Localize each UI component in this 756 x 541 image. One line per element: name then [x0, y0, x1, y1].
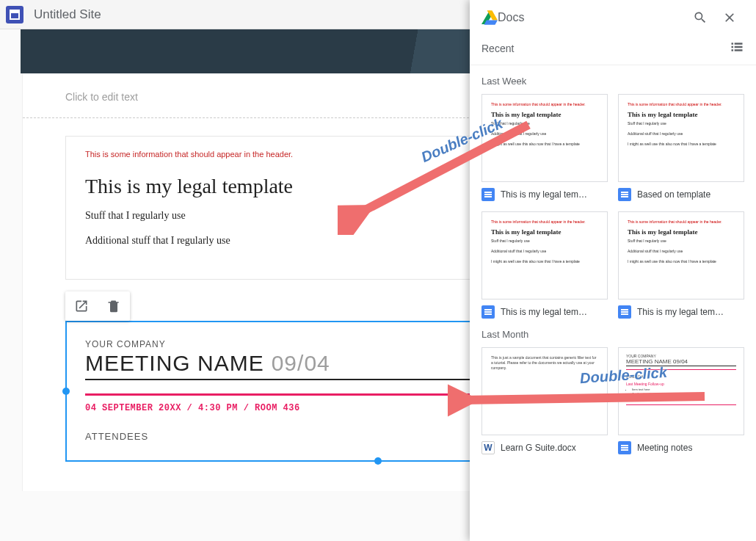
panel-title: Docs — [498, 11, 686, 24]
doc-card-name: Learn G Suite.docx — [501, 443, 576, 453]
panel-close-button[interactable] — [715, 3, 744, 32]
word-icon: W — [481, 441, 495, 454]
site-title[interactable]: Untitled Site — [34, 7, 101, 22]
meeting-title: MEETING NAME — [85, 351, 264, 376]
doc-thumbnail[interactable]: YOUR COMPANY MEETING NAME 09/04 AGENDA L… — [618, 347, 744, 435]
docs-icon — [481, 305, 495, 319]
panel-search-button[interactable] — [686, 3, 715, 32]
recent-label[interactable]: Recent — [481, 43, 730, 54]
doc-thumbnail[interactable]: This is some information that should app… — [481, 94, 608, 182]
doc-thumbnail[interactable]: This is some information that should app… — [618, 211, 744, 299]
doc-card[interactable]: This is some information that should app… — [618, 94, 744, 201]
doc-thumbnail[interactable]: This is just a sample document that cont… — [481, 347, 608, 435]
section-last-week: Last Week — [481, 76, 744, 87]
drive-icon — [481, 10, 498, 25]
docs-icon — [618, 305, 631, 319]
delete-button[interactable] — [98, 291, 130, 321]
list-view-button[interactable] — [730, 40, 744, 57]
doc-card[interactable]: This is some information that should app… — [618, 211, 744, 319]
meeting-date: 09/04 — [272, 351, 330, 376]
panel-subheader: Recent — [470, 35, 756, 65]
panel-body[interactable]: Last Week This is some information that … — [470, 65, 756, 541]
open-external-button[interactable] — [65, 291, 98, 321]
doc-thumbnail[interactable]: This is some information that should app… — [481, 211, 608, 299]
doc-card-name: This is my legal tem… — [501, 307, 587, 317]
doc-card[interactable]: This is some information that should app… — [481, 94, 608, 201]
element-toolbar — [65, 291, 130, 321]
doc-card-name: This is my legal tem… — [637, 307, 724, 317]
sites-logo-icon — [6, 6, 23, 23]
doc-thumbnail[interactable]: This is some information that should app… — [618, 94, 744, 182]
doc-card[interactable]: This is some information that should app… — [481, 211, 608, 319]
section-last-month: Last Month — [481, 329, 744, 340]
doc-card-name: Meeting notes — [637, 443, 692, 453]
doc-card[interactable]: This is just a sample document that cont… — [481, 347, 608, 454]
doc-card-name: Based on template — [637, 189, 710, 200]
docs-icon — [481, 188, 495, 201]
docs-icon — [618, 188, 631, 201]
panel-header: Docs — [470, 0, 756, 35]
doc-card-name: This is my legal tem… — [501, 189, 587, 200]
docs-picker-panel: Docs Recent Last Week This is some infor… — [470, 0, 756, 541]
resize-handle-bottom[interactable] — [374, 457, 382, 465]
resize-handle-left[interactable] — [62, 388, 70, 395]
doc-card[interactable]: YOUR COMPANY MEETING NAME 09/04 AGENDA L… — [618, 347, 744, 454]
docs-icon — [618, 441, 631, 454]
